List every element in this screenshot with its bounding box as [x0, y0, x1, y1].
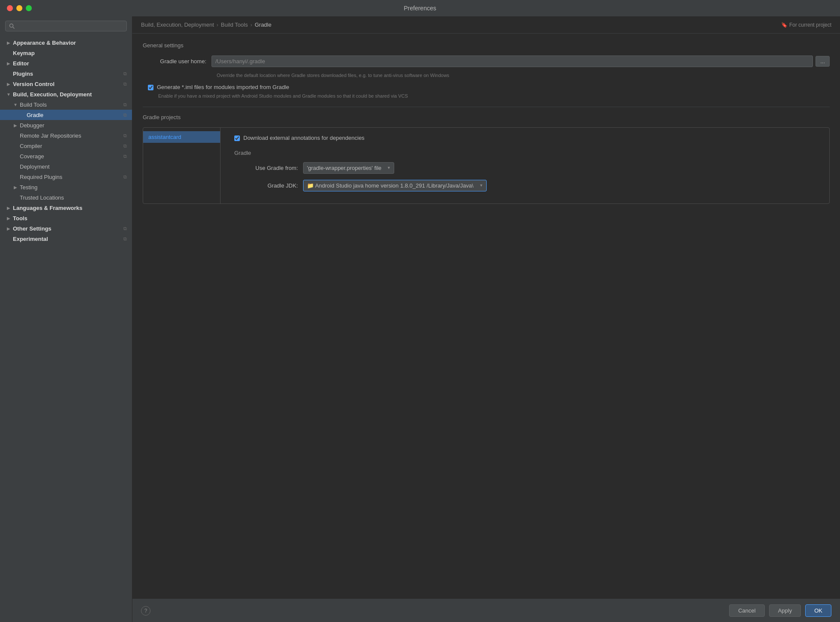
- sidebar-item-build-execution-deployment[interactable]: ▼ Build, Execution, Deployment: [0, 89, 132, 99]
- use-gradle-from-dropdown-wrapper: 'gradle-wrapper.properties' file Gradle …: [303, 162, 394, 174]
- help-button[interactable]: ?: [141, 606, 150, 616]
- svg-point-0: [10, 24, 13, 28]
- chevron-icon: ▶: [5, 225, 12, 232]
- download-annotations-row: Download external annotations for depend…: [234, 135, 822, 141]
- chevron-icon: [19, 111, 26, 118]
- sidebar-item-label: Deployment: [20, 163, 129, 170]
- chevron-icon: [12, 153, 19, 160]
- copy-icon: ⧉: [122, 80, 129, 87]
- sidebar-item-label: Compiler: [20, 143, 122, 149]
- sidebar-item-coverage[interactable]: Coverage ⧉: [0, 151, 132, 161]
- chevron-icon: ▶: [5, 215, 12, 222]
- project-label: For current project: [789, 22, 831, 28]
- gradle-user-home-input-group: ...: [212, 55, 830, 67]
- search-input[interactable]: [17, 23, 123, 29]
- breadcrumb-sep: ›: [250, 22, 252, 28]
- cancel-button[interactable]: Cancel: [729, 604, 764, 617]
- sidebar-item-gradle[interactable]: Gradle ⧉: [0, 110, 132, 120]
- minimize-button[interactable]: [16, 5, 22, 11]
- copy-icon: ⧉: [122, 225, 129, 232]
- sidebar-item-remote-jar-repositories[interactable]: Remote Jar Repositories ⧉: [0, 130, 132, 141]
- use-gradle-from-select[interactable]: 'gradle-wrapper.properties' file Gradle …: [303, 162, 394, 174]
- sidebar-item-keymap[interactable]: Keymap: [0, 48, 132, 58]
- gradle-user-home-input[interactable]: [212, 55, 813, 67]
- generate-iml-checkbox[interactable]: [148, 85, 153, 90]
- chevron-icon: ▶: [5, 204, 12, 211]
- browse-button[interactable]: ...: [815, 56, 830, 67]
- sidebar-item-compiler[interactable]: Compiler ⧉: [0, 141, 132, 151]
- sidebar-item-editor[interactable]: ▶ Editor: [0, 58, 132, 68]
- chevron-icon: ▶: [5, 39, 12, 46]
- title-bar: Preferences: [0, 0, 840, 16]
- gradle-jdk-label: Gradle JDK:: [234, 182, 303, 189]
- sidebar-item-experimental[interactable]: Experimental ⧉: [0, 234, 132, 244]
- chevron-icon: [12, 163, 19, 170]
- sidebar-item-plugins[interactable]: Plugins ⧉: [0, 68, 132, 79]
- sidebar-item-label: Version Control: [13, 81, 122, 87]
- copy-icon: ⧉: [122, 142, 129, 149]
- copy-icon: ⧉: [122, 235, 129, 242]
- gradle-projects-header: Gradle projects: [143, 114, 830, 120]
- chevron-icon: ▶: [5, 80, 12, 87]
- chevron-icon: ▼: [5, 91, 12, 98]
- sidebar-item-label: Build, Execution, Deployment: [13, 91, 129, 98]
- sidebar-item-debugger[interactable]: ▶ Debugger: [0, 120, 132, 130]
- main-container: ▶ Appearance & Behavior Keymap ▶ Editor …: [0, 16, 840, 622]
- sidebar: ▶ Appearance & Behavior Keymap ▶ Editor …: [0, 16, 132, 622]
- sidebar-item-label: Plugins: [13, 71, 122, 77]
- sidebar-item-label: Experimental: [13, 236, 122, 242]
- gradle-user-home-label: Gradle user home:: [143, 58, 212, 65]
- gradle-jdk-dropdown-wrapper: 📁 Android Studio java home version 1.8.0…: [303, 180, 487, 191]
- copy-icon: ⧉: [122, 132, 129, 139]
- sidebar-item-label: Build Tools: [20, 102, 122, 108]
- chevron-icon: ▶: [12, 122, 19, 129]
- override-hint: Override the default location where Grad…: [217, 72, 830, 79]
- divider: [143, 107, 830, 107]
- sidebar-item-other-settings[interactable]: ▶ Other Settings ⧉: [0, 223, 132, 234]
- download-annotations-checkbox[interactable]: [234, 135, 240, 141]
- sidebar-item-label: Required Plugins: [20, 174, 122, 180]
- sidebar-item-testing[interactable]: ▶ Testing: [0, 182, 132, 192]
- sidebar-item-languages-frameworks[interactable]: ▶ Languages & Frameworks: [0, 203, 132, 213]
- gradle-section-title: Gradle: [234, 150, 822, 156]
- maximize-button[interactable]: [26, 5, 32, 11]
- copy-icon: ⧉: [122, 70, 129, 77]
- copy-icon: ⧉: [122, 111, 129, 118]
- use-gradle-from-row: Use Gradle from: 'gradle-wrapper.propert…: [234, 162, 822, 174]
- sidebar-item-label: Appearance & Behavior: [13, 40, 129, 46]
- generate-iml-row: Generate *.iml files for modules importe…: [143, 84, 830, 90]
- search-icon: [9, 23, 15, 29]
- chevron-icon: [5, 70, 12, 77]
- project-icon: 🔖: [781, 22, 788, 28]
- breadcrumb-item-tools: Build Tools: [221, 22, 248, 28]
- close-button[interactable]: [7, 5, 13, 11]
- sidebar-item-label: Testing: [20, 184, 129, 191]
- breadcrumb-item-build: Build, Execution, Deployment: [141, 22, 214, 28]
- bottom-left: ?: [141, 606, 150, 616]
- copy-icon: ⧉: [122, 173, 129, 180]
- sidebar-item-label: Other Settings: [13, 225, 122, 232]
- sidebar-item-appearance-behavior[interactable]: ▶ Appearance & Behavior: [0, 37, 132, 48]
- sidebar-item-trusted-locations[interactable]: Trusted Locations: [0, 192, 132, 203]
- generate-iml-label: Generate *.iml files for modules importe…: [157, 84, 289, 90]
- gradle-user-home-row: Gradle user home: ...: [143, 55, 830, 67]
- sidebar-item-tools[interactable]: ▶ Tools: [0, 213, 132, 223]
- ok-button[interactable]: OK: [805, 604, 831, 617]
- search-box[interactable]: [5, 21, 127, 31]
- bottom-right: Cancel Apply OK: [729, 604, 831, 617]
- chevron-icon: ▶: [5, 60, 12, 67]
- sidebar-item-build-tools[interactable]: ▼ Build Tools ⧉: [0, 99, 132, 110]
- gradle-projects-panel: assistantcard Download external annotati…: [143, 127, 830, 204]
- apply-button[interactable]: Apply: [769, 604, 801, 617]
- project-item[interactable]: assistantcard: [143, 131, 220, 143]
- content-inner: General settings Gradle user home: ... O…: [132, 34, 840, 599]
- sidebar-item-required-plugins[interactable]: Required Plugins ⧉: [0, 172, 132, 182]
- sidebar-item-deployment[interactable]: Deployment: [0, 161, 132, 172]
- window-title: Preferences: [404, 5, 436, 12]
- sidebar-tree: ▶ Appearance & Behavior Keymap ▶ Editor …: [0, 36, 132, 622]
- gradle-jdk-select[interactable]: 📁 Android Studio java home version 1.8.0…: [303, 180, 487, 191]
- sidebar-item-version-control[interactable]: ▶ Version Control ⧉: [0, 79, 132, 89]
- sidebar-item-label: Gradle: [27, 112, 122, 118]
- chevron-icon: [5, 235, 12, 242]
- copy-icon: ⧉: [122, 101, 129, 108]
